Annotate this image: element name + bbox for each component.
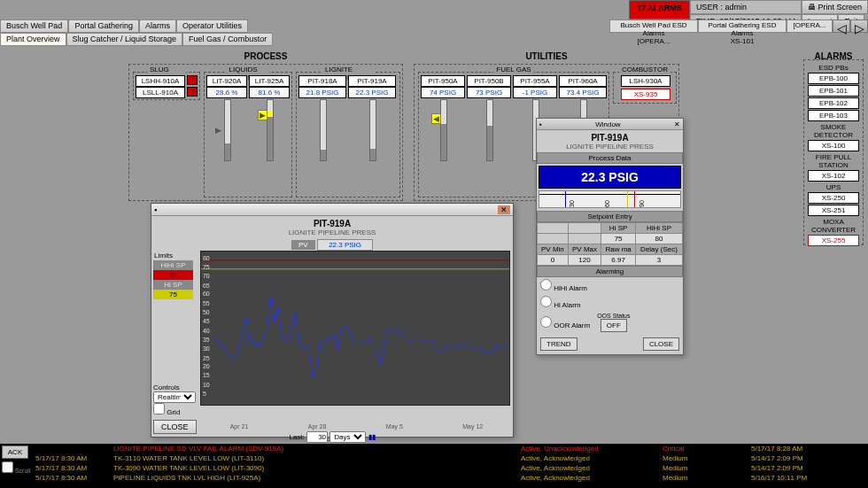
tab-plant-overview[interactable]: Plant Overview xyxy=(0,33,66,46)
tab-operator-utilities[interactable]: Operator Utilities xyxy=(176,19,248,33)
tag-lshh-910a[interactable]: LSHH-910A xyxy=(136,75,185,87)
hi-alarm-radio[interactable]: Hi Alarm xyxy=(540,301,580,309)
tag-pit-919a[interactable]: PIT-919A xyxy=(348,75,396,87)
tab-portal-gathering[interactable]: Portal Gathering xyxy=(68,19,139,33)
tag-xs-935[interactable]: XS-935 xyxy=(621,89,670,100)
chart-plot[interactable]: 807570 656055 504540 353025 201510 5 xyxy=(200,251,510,406)
last-unit-select[interactable]: Days xyxy=(329,431,366,443)
valve-icon-2: ▶ xyxy=(258,110,267,120)
panel-icon: ▪ xyxy=(539,120,542,128)
val-lit-920a: 28.6 % xyxy=(206,87,247,98)
alarm-epb-101[interactable]: EPB-101 xyxy=(808,85,859,97)
alarm-log-row[interactable]: LIGNITE PIPELINE SD VLV FAIL ALARM (SDV-… xyxy=(0,444,868,453)
alarm-xs-255[interactable]: XS-255 xyxy=(808,235,859,246)
val-pit-960a: 73.4 PSIG xyxy=(559,87,607,98)
val-pit-950b: 73 PSIG xyxy=(467,87,511,98)
esd-tab-opera[interactable]: [OPERA... xyxy=(787,19,833,33)
hi-sp-val[interactable]: 75 xyxy=(153,290,193,299)
esd-tab-busch[interactable]: Busch Well Pad ESD Alarms[OPERA... xyxy=(609,19,698,33)
utilities-title: UTILITIES xyxy=(414,50,679,63)
valve-icon-3: ◀ xyxy=(431,113,441,124)
tab-fuel-gas[interactable]: Fuel Gas / Combustor xyxy=(182,33,273,46)
smoke-det-label: SMOKE DETECTOR xyxy=(804,122,863,140)
last-value-input[interactable] xyxy=(306,431,328,443)
alarm-epb-103[interactable]: EPB-103 xyxy=(808,110,859,121)
val-pit-955a: -1 PSIG xyxy=(513,87,557,98)
svg-text:10: 10 xyxy=(203,382,210,388)
flag-lsll-910a xyxy=(187,87,198,97)
pit-value: 22.3 PSIG xyxy=(539,166,681,189)
limits-label: Limits xyxy=(153,251,193,260)
tab-alarms[interactable]: Alarms xyxy=(139,19,176,33)
alarm-count-button[interactable]: 17 ALARMS xyxy=(629,0,690,19)
panel-close-icon[interactable]: ✕ xyxy=(674,120,680,128)
oos-toggle[interactable]: OFF xyxy=(601,319,627,332)
tag-pit-950b[interactable]: PIT-950B xyxy=(467,75,511,87)
tag-pit-960a[interactable]: PIT-960A xyxy=(559,75,607,87)
alarm-log-row[interactable]: 5/17/17 8:30 AMTK-3110 WATER TANK LEVEL … xyxy=(0,453,868,463)
pv-max-input[interactable]: 120 xyxy=(568,255,601,266)
alarm-xs-250[interactable]: XS-250 xyxy=(808,192,859,204)
tag-pit-955a[interactable]: PIT-955A xyxy=(513,75,557,87)
svg-text:50: 50 xyxy=(203,309,210,315)
pause-icon[interactable]: ▮▮ xyxy=(368,433,376,441)
print-screen-button[interactable]: 🖶 Print Screen xyxy=(802,0,868,14)
pit-close-button[interactable]: CLOSE xyxy=(643,337,679,351)
svg-text:35: 35 xyxy=(203,337,210,343)
x-tick: May 12 xyxy=(462,423,483,430)
val-pit-950a: 74 PSIG xyxy=(421,87,465,98)
window-icon: ▪ xyxy=(154,205,157,214)
oor-alarm-radio[interactable]: OOR Alarm xyxy=(540,316,590,329)
tag-lit-925a[interactable]: LIT-925A xyxy=(249,75,290,87)
hihi-sp-input[interactable]: 80 xyxy=(636,234,683,244)
svg-text:15: 15 xyxy=(203,372,210,378)
x-tick: Apr 28 xyxy=(308,423,327,430)
hihi-sp-val[interactable]: 80 xyxy=(153,270,193,280)
svg-text:45: 45 xyxy=(203,318,210,324)
alarm-epb-100[interactable]: EPB-100 xyxy=(808,73,859,84)
oos-label: OOS Status xyxy=(597,313,630,319)
hihi-alarm-radio[interactable]: HiHi Alarm xyxy=(540,284,587,292)
svg-text:70: 70 xyxy=(203,273,210,279)
nav-next-button[interactable]: ▷ xyxy=(850,19,868,33)
scroll-checkbox[interactable]: Scroll xyxy=(2,461,30,474)
alarm-log: ACK Scroll LIGNITE PIPELINE SD VLV FAIL … xyxy=(0,444,868,488)
realtime-select[interactable]: Realtime xyxy=(153,391,196,403)
grid-checkbox[interactable]: Grid xyxy=(153,408,180,416)
chart-close-button[interactable]: CLOSE xyxy=(153,420,197,434)
delay-input[interactable]: 3 xyxy=(636,255,683,266)
tab-slug-catcher[interactable]: Slug Catcher / Liquid Storage xyxy=(66,33,183,46)
hihi-sp-label: HiHi SP xyxy=(153,260,193,270)
trend-button[interactable]: TREND xyxy=(540,337,577,351)
fuel-gas-label: FUEL GAS xyxy=(493,66,533,74)
nav-prev-button[interactable]: ◁ xyxy=(833,19,850,33)
pit-scale: 0 30 60 90 120 xyxy=(539,190,681,208)
flag-lshh-910a xyxy=(187,75,198,85)
alarm-log-row[interactable]: 5/17/17 8:30 AMPIPELINE LIQUIDS TNK LVL … xyxy=(0,473,868,483)
alarm-log-row[interactable]: 5/17/17 8:30 AMTK-3090 WATER TANK LEVEL … xyxy=(0,463,868,473)
print-label: Print Screen xyxy=(818,3,862,12)
pv-min-input[interactable]: 0 xyxy=(538,255,569,266)
alarm-xs-100[interactable]: XS-100 xyxy=(808,140,859,151)
tag-lsll-910a[interactable]: LSLL-910A xyxy=(136,87,185,98)
alarm-xs-102[interactable]: XS-102 xyxy=(808,170,859,182)
tag-pit-918a[interactable]: PIT-918A xyxy=(298,75,346,87)
esd-tab-portal[interactable]: Portal Gathering ESD AlarmsXS-101 xyxy=(698,19,787,33)
ups-label: UPS xyxy=(804,182,863,192)
hi-sp-label: Hi SP xyxy=(153,280,193,290)
alarm-xs-251[interactable]: XS-251 xyxy=(808,205,859,216)
val-pit-918a: 21.8 PSIG xyxy=(298,87,346,98)
alarm-epb-102[interactable]: EPB-102 xyxy=(808,97,859,109)
tab-busch-well-pad[interactable]: Busch Well Pad xyxy=(0,19,68,33)
tag-pit-950a[interactable]: PIT-950A xyxy=(421,75,465,87)
ack-button[interactable]: ACK xyxy=(2,445,28,459)
moxa-label: MOXA CONVERTER xyxy=(804,217,863,235)
pit-faceplate: ▪ Window ✕ PIT-919A LIGNITE PIPELINE PRE… xyxy=(536,118,684,355)
close-icon[interactable]: ✕ xyxy=(498,205,510,214)
tag-lsh-930a[interactable]: LSH-930A xyxy=(621,75,670,87)
tag-lit-920a[interactable]: LIT-920A xyxy=(206,75,247,87)
svg-text:25: 25 xyxy=(203,355,210,361)
hi-sp-input[interactable]: 75 xyxy=(601,234,636,244)
last-label: Last: xyxy=(289,433,304,441)
svg-text:40: 40 xyxy=(203,328,210,334)
